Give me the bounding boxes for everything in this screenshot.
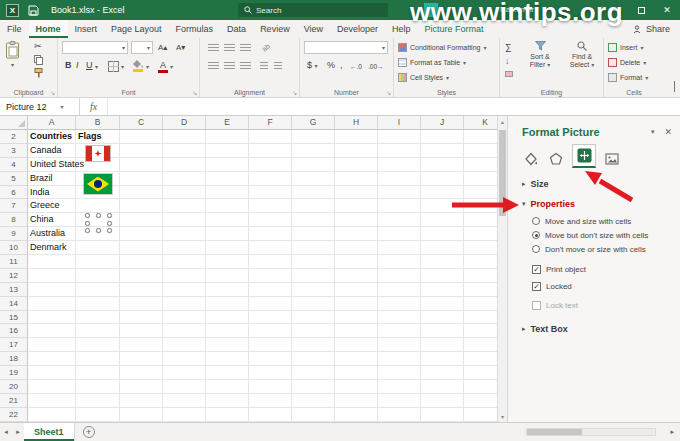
cell-K10[interactable]	[464, 241, 497, 255]
canada-flag-image[interactable]	[86, 146, 110, 161]
fx-icon[interactable]: fx	[80, 98, 108, 115]
cell-J15[interactable]	[421, 311, 464, 325]
column-header-B[interactable]: B	[76, 116, 120, 129]
cell-C8[interactable]	[120, 213, 163, 227]
font-color-caret[interactable]: ▾	[170, 63, 173, 70]
cell-D10[interactable]	[163, 241, 206, 255]
cell-H10[interactable]	[335, 241, 378, 255]
row-header-17[interactable]: 17	[0, 338, 28, 352]
align-right-icon[interactable]	[240, 62, 251, 70]
cell-C15[interactable]	[120, 311, 163, 325]
cell-G7[interactable]	[292, 199, 335, 213]
collapse-ribbon-icon[interactable]	[674, 82, 675, 92]
cell-F18[interactable]	[249, 352, 292, 366]
cell-D14[interactable]	[163, 297, 206, 311]
row-header-6[interactable]: 6	[0, 186, 28, 200]
cell-A18[interactable]	[28, 352, 76, 366]
row-header-15[interactable]: 15	[0, 311, 28, 325]
align-middle-icon[interactable]	[224, 44, 235, 52]
properties-section-header[interactable]: ▾ Properties	[508, 196, 680, 212]
format-as-table-button[interactable]: Format as Table▾	[398, 56, 466, 69]
format-painter-icon[interactable]	[34, 68, 43, 80]
row-header-18[interactable]: 18	[0, 352, 28, 366]
cell-G18[interactable]	[292, 352, 335, 366]
cell-K16[interactable]	[464, 324, 497, 338]
cell-B22[interactable]	[76, 408, 120, 422]
cell-G3[interactable]	[292, 144, 335, 158]
cell-I13[interactable]	[378, 283, 421, 297]
cell-I2[interactable]	[378, 130, 421, 144]
cell-I14[interactable]	[378, 297, 421, 311]
decrease-indent-icon[interactable]	[260, 62, 268, 70]
cell-K14[interactable]	[464, 297, 497, 311]
cell-H22[interactable]	[335, 408, 378, 422]
name-box[interactable]: Picture 12 ▾	[0, 98, 80, 115]
cell-G21[interactable]	[292, 394, 335, 408]
cell-A3[interactable]: Canada	[28, 144, 76, 158]
tab-insert[interactable]: Insert	[68, 20, 105, 38]
cell-G6[interactable]	[292, 186, 335, 200]
cell-C18[interactable]	[120, 352, 163, 366]
avatar[interactable]	[424, 3, 438, 17]
cell-G14[interactable]	[292, 297, 335, 311]
underline-caret[interactable]: ▾	[95, 63, 98, 70]
column-header-E[interactable]: E	[206, 116, 249, 129]
cell-K4[interactable]	[464, 158, 497, 172]
cell-H4[interactable]	[335, 158, 378, 172]
cell-J7[interactable]	[421, 199, 464, 213]
cell-H14[interactable]	[335, 297, 378, 311]
scroll-up-icon[interactable]: ▴	[498, 118, 507, 125]
cell-G11[interactable]	[292, 255, 335, 269]
cell-I12[interactable]	[378, 269, 421, 283]
row-header-8[interactable]: 8	[0, 213, 28, 227]
number-format-combo[interactable]: ▾	[304, 41, 388, 54]
excel-logo-icon[interactable]: X	[6, 4, 19, 17]
size-section-header[interactable]: ▸ Size	[508, 176, 680, 192]
increase-indent-icon[interactable]	[274, 62, 282, 70]
pane-close-icon[interactable]: ✕	[664, 127, 672, 137]
align-center-icon[interactable]	[224, 62, 235, 70]
cell-H18[interactable]	[335, 352, 378, 366]
row-header-9[interactable]: 9	[0, 227, 28, 241]
cell-F10[interactable]	[249, 241, 292, 255]
cell-C20[interactable]	[120, 380, 163, 394]
cell-F2[interactable]	[249, 130, 292, 144]
column-header-K[interactable]: K	[464, 116, 497, 129]
cell-B18[interactable]	[76, 352, 120, 366]
cell-F16[interactable]	[249, 324, 292, 338]
cell-A15[interactable]	[28, 311, 76, 325]
row-header-7[interactable]: 7	[0, 199, 28, 213]
cell-E4[interactable]	[206, 158, 249, 172]
row-header-13[interactable]: 13	[0, 283, 28, 297]
cell-K15[interactable]	[464, 311, 497, 325]
cell-A6[interactable]: India	[28, 186, 76, 200]
cell-K11[interactable]	[464, 255, 497, 269]
tab-data[interactable]: Data	[220, 20, 253, 38]
delete-cells-button[interactable]: Delete▾	[608, 56, 646, 69]
cell-K22[interactable]	[464, 408, 497, 422]
text-box-section-header[interactable]: ▸ Text Box	[508, 321, 680, 337]
cell-E19[interactable]	[206, 366, 249, 380]
cell-J9[interactable]	[421, 227, 464, 241]
cell-K20[interactable]	[464, 380, 497, 394]
cell-B19[interactable]	[76, 366, 120, 380]
tab-home[interactable]: Home	[29, 20, 68, 38]
cell-J20[interactable]	[421, 380, 464, 394]
cell-A20[interactable]	[28, 380, 76, 394]
cell-F20[interactable]	[249, 380, 292, 394]
close-button[interactable]: ✕	[654, 0, 680, 20]
cell-F21[interactable]	[249, 394, 292, 408]
cell-C19[interactable]	[120, 366, 163, 380]
cell-B15[interactable]	[76, 311, 120, 325]
cell-H2[interactable]	[335, 130, 378, 144]
cell-D4[interactable]	[163, 158, 206, 172]
tab-file[interactable]: File	[0, 20, 29, 38]
clipboard-dialog-launcher[interactable]: ↘	[50, 89, 55, 96]
cell-J22[interactable]	[421, 408, 464, 422]
cell-E3[interactable]	[206, 144, 249, 158]
cell-I16[interactable]	[378, 324, 421, 338]
cell-D21[interactable]	[163, 394, 206, 408]
cell-H9[interactable]	[335, 227, 378, 241]
cell-J12[interactable]	[421, 269, 464, 283]
cell-J18[interactable]	[421, 352, 464, 366]
